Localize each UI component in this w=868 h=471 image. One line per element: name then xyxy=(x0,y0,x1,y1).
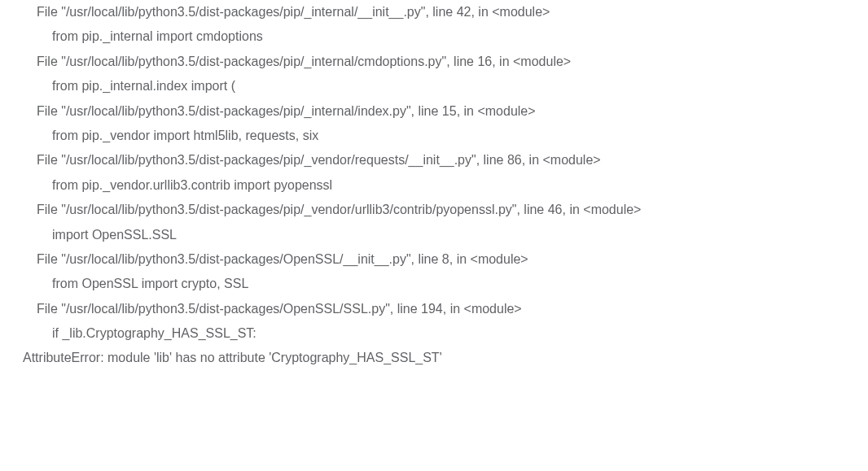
traceback-frame-code: from pip._vendor import html5lib, reques… xyxy=(23,124,845,148)
traceback-frame-code: from OpenSSL import crypto, SSL xyxy=(23,272,845,296)
traceback-frame-code: from pip._internal.index import ( xyxy=(23,74,845,98)
traceback-frame-file: File "/usr/local/lib/python3.5/dist-pack… xyxy=(23,99,845,124)
traceback-error: AttributeError: module 'lib' has no attr… xyxy=(23,346,845,370)
traceback-frame-code: import OpenSSL.SSL xyxy=(23,223,845,247)
traceback-frame-code: from pip._internal import cmdoptions xyxy=(23,24,845,49)
python-traceback: File "/usr/local/lib/python3.5/dist-pack… xyxy=(0,0,868,384)
traceback-frame-file: File "/usr/local/lib/python3.5/dist-pack… xyxy=(23,198,845,222)
traceback-frame-file: File "/usr/local/lib/python3.5/dist-pack… xyxy=(23,148,845,172)
traceback-frame-file: File "/usr/local/lib/python3.5/dist-pack… xyxy=(23,247,845,272)
traceback-frame-code: if _lib.Cryptography_HAS_SSL_ST: xyxy=(23,321,845,346)
traceback-frame-file: File "/usr/local/lib/python3.5/dist-pack… xyxy=(23,297,845,321)
traceback-frame-file: File "/usr/local/lib/python3.5/dist-pack… xyxy=(23,0,845,24)
traceback-frame-code: from pip._vendor.urllib3.contrib import … xyxy=(23,173,845,198)
traceback-frame-file: File "/usr/local/lib/python3.5/dist-pack… xyxy=(23,50,845,74)
